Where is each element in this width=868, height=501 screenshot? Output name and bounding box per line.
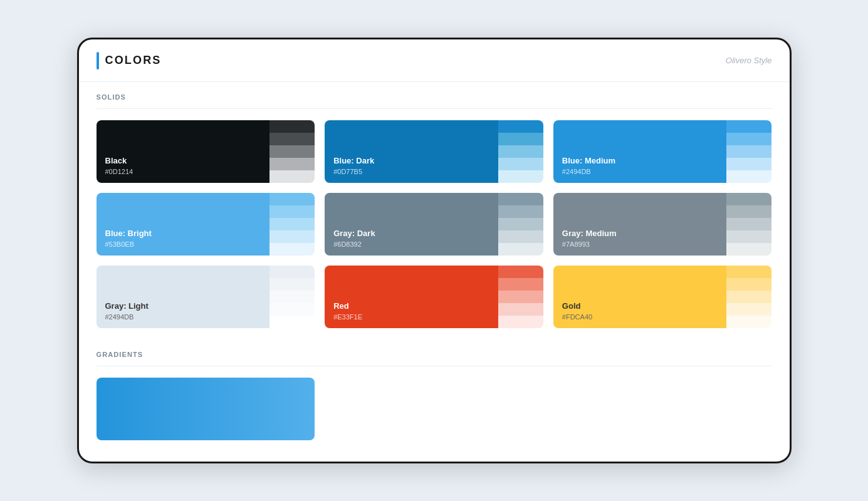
swatch-blue-dark-0 [498, 120, 543, 133]
swatch-blue-dark-2 [498, 145, 543, 158]
color-grid: Black#0D1214Blue: Dark#0D77B5Blue: Mediu… [97, 120, 772, 328]
color-card-gray-light: Gray: Light#2494DB [97, 266, 315, 328]
swatch-gray-medium-4 [726, 243, 771, 256]
color-swatches-gray-light [269, 266, 315, 328]
swatch-gray-dark-2 [498, 218, 543, 230]
swatch-black-2 [269, 145, 315, 158]
swatch-blue-medium-2 [726, 145, 771, 158]
header-brand: Olivero Style [726, 56, 772, 65]
color-hex-blue-dark: #0D77B5 [333, 168, 489, 175]
swatch-blue-medium-4 [726, 170, 771, 183]
swatch-blue-bright-3 [269, 230, 315, 243]
swatch-black-0 [269, 120, 315, 133]
header-left: COLORS [97, 52, 162, 70]
color-name-gray-dark: Gray: Dark [333, 229, 489, 239]
swatch-gray-light-0 [269, 266, 315, 278]
color-card-blue-medium: Blue: Medium#2494DB [553, 120, 772, 183]
swatch-gold-3 [726, 303, 771, 316]
swatch-black-1 [269, 133, 315, 145]
swatch-red-4 [498, 316, 543, 328]
swatch-gold-2 [726, 291, 771, 303]
color-card-black: Black#0D1214 [97, 120, 315, 183]
swatch-gray-light-1 [269, 278, 315, 291]
swatch-gray-dark-1 [498, 205, 543, 218]
swatch-blue-dark-4 [498, 170, 543, 183]
gradient-card [97, 378, 315, 440]
color-swatches-red [498, 266, 543, 328]
swatch-gray-dark-3 [498, 230, 543, 243]
swatch-blue-medium-0 [726, 120, 771, 133]
color-name-gray-medium: Gray: Medium [562, 229, 718, 239]
swatch-gray-dark-4 [498, 243, 543, 256]
gradients-section-label: GRADIENTS [97, 339, 772, 366]
color-name-red: Red [333, 301, 489, 312]
color-swatches-gold [726, 266, 771, 328]
color-name-blue-medium: Blue: Medium [562, 156, 718, 167]
color-name-blue-bright: Blue: Bright [105, 229, 261, 239]
swatch-blue-medium-1 [726, 133, 771, 145]
color-hex-red: #E33F1E [333, 313, 489, 321]
color-hex-gray-dark: #6D8392 [333, 240, 489, 248]
color-name-gold: Gold [562, 301, 718, 312]
color-card-blue-dark: Blue: Dark#0D77B5 [325, 120, 543, 183]
swatch-gray-dark-0 [498, 193, 543, 205]
page-title: COLORS [105, 54, 162, 67]
color-hex-gray-medium: #7A8993 [562, 240, 718, 248]
swatch-gray-medium-0 [726, 193, 771, 205]
swatch-red-0 [498, 266, 543, 278]
color-hex-gold: #FDCA40 [562, 313, 718, 321]
color-name-gray-light: Gray: Light [105, 301, 261, 312]
color-swatches-gray-dark [498, 193, 543, 256]
swatch-gold-4 [726, 316, 771, 328]
color-name-black: Black [105, 156, 261, 167]
swatch-gray-medium-2 [726, 218, 771, 230]
swatch-blue-bright-4 [269, 243, 315, 256]
swatch-blue-dark-1 [498, 133, 543, 145]
header-accent-bar [97, 52, 99, 70]
swatch-gray-light-2 [269, 291, 315, 303]
color-swatches-gray-medium [726, 193, 771, 256]
content-area: SOLIDS Black#0D1214Blue: Dark#0D77B5Blue… [79, 82, 790, 462]
swatch-red-3 [498, 303, 543, 316]
color-card-gray-medium: Gray: Medium#7A8993 [553, 193, 772, 256]
color-swatches-black [269, 120, 315, 183]
swatch-gray-light-4 [269, 316, 315, 328]
swatch-black-4 [269, 170, 315, 183]
swatch-blue-medium-3 [726, 158, 771, 170]
swatch-gold-0 [726, 266, 771, 278]
swatch-gold-1 [726, 278, 771, 291]
swatch-red-1 [498, 278, 543, 291]
color-hex-blue-bright: #53B0EB [105, 240, 261, 248]
header: COLORS Olivero Style [79, 39, 790, 82]
device-frame: COLORS Olivero Style SOLIDS Black#0D1214… [77, 38, 792, 463]
color-name-blue-dark: Blue: Dark [333, 156, 489, 167]
color-hex-blue-medium: #2494DB [562, 168, 718, 175]
solids-section-label: SOLIDS [97, 82, 772, 109]
color-card-red: Red#E33F1E [325, 266, 543, 328]
color-swatches-blue-bright [269, 193, 315, 256]
swatch-gray-light-3 [269, 303, 315, 316]
swatch-red-2 [498, 291, 543, 303]
color-hex-black: #0D1214 [105, 168, 261, 175]
color-swatches-blue-dark [498, 120, 543, 183]
swatch-gray-medium-1 [726, 205, 771, 218]
swatch-blue-dark-3 [498, 158, 543, 170]
swatch-blue-bright-0 [269, 193, 315, 205]
color-card-blue-bright: Blue: Bright#53B0EB [97, 193, 315, 256]
color-swatches-blue-medium [726, 120, 771, 183]
swatch-blue-bright-2 [269, 218, 315, 230]
swatch-gray-medium-3 [726, 230, 771, 243]
swatch-black-3 [269, 158, 315, 170]
color-hex-gray-light: #2494DB [105, 313, 261, 321]
color-card-gray-dark: Gray: Dark#6D8392 [325, 193, 543, 256]
swatch-blue-bright-1 [269, 205, 315, 218]
color-card-gold: Gold#FDCA40 [553, 266, 772, 328]
